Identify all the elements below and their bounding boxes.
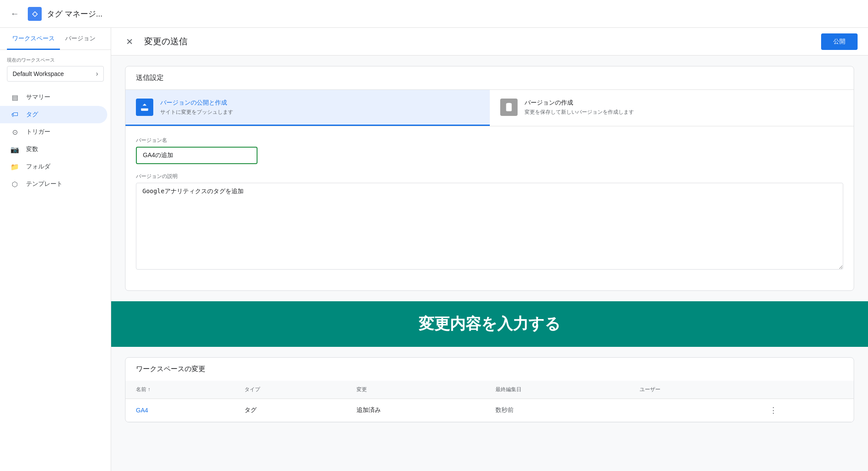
annotation-banner: 変更内容を入力する <box>111 301 868 347</box>
sidebar-item-variables[interactable]: 📷 変数 <box>0 141 107 158</box>
version-desc-label: バージョンの説明 <box>136 173 843 180</box>
row-type: タグ <box>234 399 346 422</box>
summary-icon: ▤ <box>10 93 19 102</box>
option-text-2: バージョンの作成 変更を保存して新しいバージョンを作成します <box>525 99 634 116</box>
row-last-edited: 数秒前 <box>485 399 629 422</box>
sidebar-item-label: トリガー <box>26 128 50 136</box>
close-icon: ✕ <box>126 36 133 47</box>
sidebar-item-summary[interactable]: ▤ サマリー <box>0 89 107 106</box>
row-user <box>629 399 757 422</box>
col-header-actions <box>758 381 854 399</box>
sidebar-item-tags[interactable]: 🏷 タグ <box>0 106 107 123</box>
col-header-user: ユーザー <box>629 381 757 399</box>
variables-icon: 📷 <box>10 145 19 154</box>
workspace-label: 現在のワークスペース <box>7 57 104 63</box>
content-area: ✕ 変更の送信 公開 送信設定 <box>111 28 868 471</box>
option-title-1: バージョンの公開と作成 <box>160 99 233 107</box>
sidebar-tabs: ワークスペース バージョン <box>0 28 111 50</box>
option-create-version[interactable]: バージョンの作成 変更を保存して新しいバージョンを作成します <box>490 90 854 126</box>
tab-version[interactable]: バージョン <box>60 28 101 50</box>
changes-table: 名前 ↑ タイプ 変更 最終編集日 ユーザー GA4 タグ <box>125 381 854 422</box>
dialog-body: 送信設定 バージョンの公開と作成 サイトに変更をプッシュします <box>111 56 868 471</box>
sidebar: ワークスペース バージョン 現在のワークスペース Default Workspa… <box>0 28 111 471</box>
version-desc-textarea[interactable] <box>136 183 843 270</box>
chevron-icon: › <box>96 70 98 78</box>
triggers-icon: ⊙ <box>10 128 19 136</box>
templates-icon: ⬡ <box>10 180 19 188</box>
back-icon: ← <box>10 9 19 19</box>
table-row: GA4 タグ 追加済み 数秒前 ⋮ <box>125 399 854 422</box>
sidebar-item-label: 変数 <box>26 145 38 153</box>
version-name-input[interactable] <box>136 147 257 164</box>
col-header-change: 変更 <box>346 381 485 399</box>
version-desc-group: バージョンの説明 <box>136 173 843 271</box>
option-text-1: バージョンの公開と作成 サイトに変更をプッシュします <box>160 99 233 116</box>
logo-icon: ◇ <box>32 10 37 18</box>
workspace-section: 現在のワークスペース Default Workspace › <box>0 50 111 85</box>
tab-workspace[interactable]: ワークスペース <box>7 28 60 50</box>
row-actions: ⋮ <box>758 399 854 422</box>
annotation-text: 変更内容を入力する <box>419 313 561 335</box>
option-title-2: バージョンの作成 <box>525 99 634 107</box>
col-header-name: 名前 ↑ <box>125 381 234 399</box>
sidebar-item-folders[interactable]: 📁 フォルダ <box>0 158 107 175</box>
sidebar-item-templates[interactable]: ⬡ テンプレート <box>0 175 107 193</box>
col-header-last-edited: 最終編集日 <box>485 381 629 399</box>
table-header-row: 名前 ↑ タイプ 変更 最終編集日 ユーザー <box>125 381 854 399</box>
gtm-logo: ◇ <box>28 7 42 21</box>
changes-section: ワークスペースの変更 名前 ↑ タイプ 変更 最終編集日 ユーザー <box>125 357 854 422</box>
sidebar-item-triggers[interactable]: ⊙ トリガー <box>0 123 107 141</box>
row-name[interactable]: GA4 <box>125 399 234 422</box>
version-name-group: バージョン名 <box>136 137 843 164</box>
more-button[interactable]: ⋮ <box>768 405 779 415</box>
sidebar-item-label: サマリー <box>26 93 50 101</box>
form-section: バージョン名 バージョンの説明 <box>125 126 854 290</box>
folders-icon: 📁 <box>10 162 19 171</box>
option-desc-1: サイトに変更をプッシュします <box>160 109 233 116</box>
close-button[interactable]: ✕ <box>122 34 137 49</box>
dialog-title: 変更の送信 <box>144 36 188 47</box>
option-desc-2: 変更を保存して新しいバージョンを作成します <box>525 109 634 116</box>
tags-icon: 🏷 <box>10 110 19 119</box>
main-layout: ワークスペース バージョン 現在のワークスペース Default Workspa… <box>0 28 868 471</box>
col-header-type: タイプ <box>234 381 346 399</box>
back-button[interactable]: ← <box>7 6 23 22</box>
row-change: 追加済み <box>346 399 485 422</box>
sidebar-item-label: フォルダ <box>26 163 50 171</box>
dialog-container: ✕ 変更の送信 公開 送信設定 <box>111 28 868 471</box>
publish-icon <box>136 99 153 116</box>
option-publish-create[interactable]: バージョンの公開と作成 サイトに変更をプッシュします <box>125 90 490 126</box>
svg-rect-0 <box>506 103 512 111</box>
sidebar-item-label: タグ <box>26 111 38 119</box>
dialog-header: ✕ 変更の送信 公開 <box>111 28 868 56</box>
publish-options: バージョンの公開と作成 サイトに変更をプッシュします バージョンの作成 変更を保… <box>125 90 854 126</box>
publish-button[interactable]: 公開 <box>821 33 858 50</box>
version-name-label: バージョン名 <box>136 137 843 144</box>
app-title: タグ マネージ... <box>47 9 102 19</box>
workspace-name: Default Workspace <box>13 70 64 77</box>
nav-items: ▤ サマリー 🏷 タグ ⊙ トリガー 📷 変数 📁 フォルダ ⬡ テンプレート <box>0 85 111 196</box>
sidebar-item-label: テンプレート <box>26 180 63 188</box>
settings-header: 送信設定 <box>125 66 854 90</box>
changes-section-title: ワークスペースの変更 <box>125 358 854 381</box>
workspace-selector[interactable]: Default Workspace › <box>7 66 104 82</box>
top-header: ← ◇ タグ マネージ... <box>0 0 868 28</box>
settings-card: 送信設定 バージョンの公開と作成 サイトに変更をプッシュします <box>125 66 854 291</box>
create-version-icon <box>500 99 518 116</box>
